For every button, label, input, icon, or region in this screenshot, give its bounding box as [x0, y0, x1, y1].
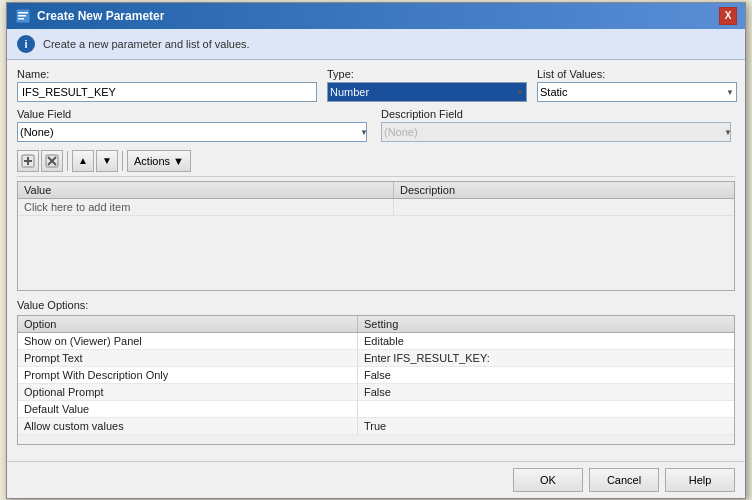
- options-table-header: Option Setting: [18, 316, 734, 333]
- toolbar-separator: [67, 151, 68, 171]
- value-desc-row: Value Field (None) Description Field (No…: [17, 108, 735, 142]
- options-row: Optional Prompt False: [18, 384, 734, 401]
- info-icon: i: [17, 35, 35, 53]
- info-bar: i Create a new parameter and list of val…: [7, 29, 745, 60]
- desc-field-label: Description Field: [381, 108, 735, 120]
- value-cell: Click here to add item: [18, 199, 394, 215]
- option-cell: Show on (Viewer) Panel: [18, 333, 358, 349]
- option-cell: Prompt With Description Only: [18, 367, 358, 383]
- dialog: Create New Parameter X i Create a new pa…: [6, 2, 746, 499]
- description-column-header: Description: [394, 182, 734, 198]
- options-row: Allow custom values True: [18, 418, 734, 435]
- options-table-body[interactable]: Show on (Viewer) Panel Editable Prompt T…: [18, 333, 734, 441]
- setting-cell: False: [358, 384, 734, 400]
- help-button[interactable]: Help: [665, 468, 735, 492]
- desc-field-group: Description Field (None): [381, 108, 735, 142]
- toolbar: ▲ ▼ Actions ▼: [17, 148, 735, 177]
- value-options-title: Value Options:: [17, 299, 735, 311]
- option-cell: Prompt Text: [18, 350, 358, 366]
- desc-field-select-wrapper: (None): [381, 122, 735, 142]
- close-button[interactable]: X: [719, 7, 737, 25]
- toolbar-separator-2: [122, 151, 123, 171]
- value-field-select[interactable]: (None): [17, 122, 367, 142]
- type-select[interactable]: Number String Boolean Date: [327, 82, 527, 102]
- name-type-lov-row: Name: Type: Number String Boolean Date L…: [17, 68, 735, 102]
- setting-cell: Editable: [358, 333, 734, 349]
- values-table: Value Description Click here to add item: [17, 181, 735, 291]
- options-table-wrapper: Option Setting Show on (Viewer) Panel Ed…: [17, 315, 735, 445]
- svg-rect-6: [24, 160, 32, 162]
- delete-row-button[interactable]: [41, 150, 63, 172]
- cancel-button[interactable]: Cancel: [589, 468, 659, 492]
- setting-cell: Enter IFS_RESULT_KEY:: [358, 350, 734, 366]
- value-field-group: Value Field (None): [17, 108, 371, 142]
- setting-cell: False: [358, 367, 734, 383]
- lov-select[interactable]: Static Dynamic None: [537, 82, 737, 102]
- delete-icon: [45, 154, 59, 168]
- option-column-header: Option: [18, 316, 358, 332]
- table-row[interactable]: Click here to add item: [18, 199, 734, 216]
- actions-button[interactable]: Actions ▼: [127, 150, 191, 172]
- ok-button[interactable]: OK: [513, 468, 583, 492]
- name-input[interactable]: [17, 82, 317, 102]
- move-down-button[interactable]: ▼: [96, 150, 118, 172]
- dialog-footer: OK Cancel Help: [7, 461, 745, 498]
- setting-column-header: Setting: [358, 316, 734, 332]
- options-table: Option Setting Show on (Viewer) Panel Ed…: [17, 315, 735, 445]
- type-field-group: Type: Number String Boolean Date: [327, 68, 527, 102]
- title-bar: Create New Parameter X: [7, 3, 745, 29]
- option-cell: Allow custom values: [18, 418, 358, 434]
- move-up-button[interactable]: ▲: [72, 150, 94, 172]
- lov-field-group: List of Values: Static Dynamic None: [537, 68, 737, 102]
- dialog-icon: [15, 8, 31, 24]
- actions-chevron-icon: ▼: [173, 155, 184, 167]
- desc-field-select[interactable]: (None): [381, 122, 731, 142]
- option-cell: Optional Prompt: [18, 384, 358, 400]
- options-row: Default Value: [18, 401, 734, 418]
- name-label: Name:: [17, 68, 317, 80]
- type-label: Type:: [327, 68, 527, 80]
- lov-label: List of Values:: [537, 68, 737, 80]
- add-icon: [21, 154, 35, 168]
- values-table-header: Value Description: [18, 182, 734, 199]
- name-field-group: Name:: [17, 68, 317, 102]
- option-cell: Default Value: [18, 401, 358, 417]
- value-field-select-wrapper: (None): [17, 122, 371, 142]
- options-row: Prompt With Description Only False: [18, 367, 734, 384]
- options-row: Show on (Viewer) Panel Editable: [18, 333, 734, 350]
- description-cell: [394, 199, 734, 215]
- values-table-body: Click here to add item: [18, 199, 734, 284]
- title-bar-left: Create New Parameter: [15, 8, 164, 24]
- type-select-wrapper: Number String Boolean Date: [327, 82, 527, 102]
- svg-rect-1: [18, 12, 28, 14]
- value-field-label: Value Field: [17, 108, 371, 120]
- svg-rect-3: [18, 18, 24, 20]
- options-row: Prompt Text Enter IFS_RESULT_KEY:: [18, 350, 734, 367]
- info-text: Create a new parameter and list of value…: [43, 38, 250, 50]
- svg-rect-2: [18, 15, 26, 17]
- setting-cell: [358, 401, 734, 417]
- up-arrow-icon: ▲: [78, 155, 88, 166]
- add-row-button[interactable]: [17, 150, 39, 172]
- down-arrow-icon: ▼: [102, 155, 112, 166]
- actions-label: Actions: [134, 155, 170, 167]
- dialog-body: Name: Type: Number String Boolean Date L…: [7, 60, 745, 461]
- value-column-header: Value: [18, 182, 394, 198]
- dialog-title: Create New Parameter: [37, 9, 164, 23]
- lov-select-wrapper: Static Dynamic None: [537, 82, 737, 102]
- setting-cell: True: [358, 418, 734, 434]
